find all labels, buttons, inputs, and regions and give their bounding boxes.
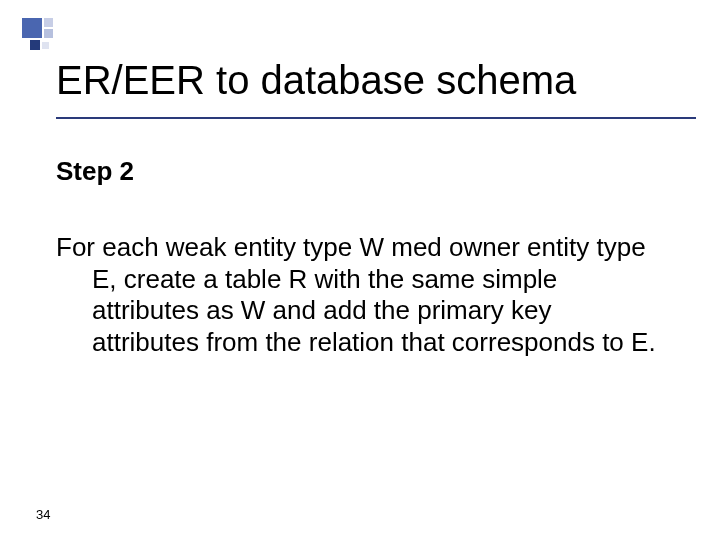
corner-decoration — [22, 18, 82, 48]
deco-square-icon — [30, 40, 40, 50]
deco-square-icon — [22, 18, 42, 38]
body-text: For each weak entity type W med owner en… — [56, 232, 656, 359]
title-divider — [56, 117, 696, 119]
slide: ER/EER to database schema Step 2 For eac… — [0, 0, 720, 540]
step-heading: Step 2 — [56, 156, 134, 187]
deco-square-icon — [44, 29, 53, 38]
body-paragraph: For each weak entity type W med owner en… — [56, 232, 656, 359]
deco-square-icon — [42, 42, 49, 49]
deco-square-icon — [44, 18, 53, 27]
page-number: 34 — [36, 507, 50, 522]
slide-title: ER/EER to database schema — [56, 58, 576, 103]
